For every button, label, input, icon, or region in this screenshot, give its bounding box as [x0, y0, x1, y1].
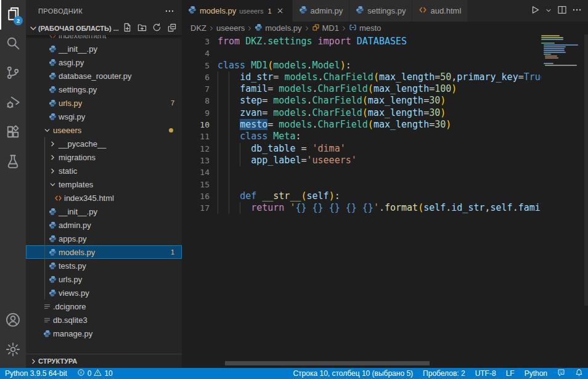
token: .	[307, 107, 312, 118]
tree-file-asgi-py[interactable]: asgi.py	[26, 55, 182, 69]
tree-folder-useeers[interactable]: useeers	[26, 123, 182, 137]
sidebar-header: ПРОВОДНИК	[26, 0, 182, 22]
status-eol[interactable]: LF	[501, 368, 520, 379]
status-label: Пробелов: 2	[423, 369, 465, 378]
tree-folder-static[interactable]: static	[26, 164, 182, 177]
activity-manage[interactable]	[0, 336, 26, 365]
token: Model	[312, 60, 340, 71]
new-folder-button[interactable]	[136, 23, 147, 34]
breadcrumb-item-md1[interactable]: MD1	[312, 23, 339, 33]
activity-extensions[interactable]	[0, 118, 26, 148]
tab-models-py[interactable]: models.pyuseeers1	[182, 0, 293, 22]
tab-label: models.py	[200, 6, 236, 15]
tree-file-manage-py[interactable]: manage.py	[26, 327, 182, 340]
breadcrumb-item-mesto[interactable]: mesto	[349, 23, 381, 33]
html-file-icon	[53, 194, 63, 202]
status-right: Строка 10, столбец 10 (выбрано 5)Пробело…	[288, 368, 588, 379]
code-editor[interactable]: 3from DKZ.settings import DATABASES45cla…	[182, 35, 588, 368]
token: )	[446, 119, 451, 130]
text-file-icon	[42, 316, 52, 324]
status-feedback[interactable]	[552, 368, 570, 379]
tree-file--init-py[interactable]: __init__.py	[26, 205, 182, 218]
line-number: 17	[182, 202, 210, 214]
breadcrumb-item-useeers[interactable]: useeers	[216, 23, 245, 33]
token: )	[440, 107, 446, 118]
breadcrumb-item-dkz[interactable]: DKZ	[190, 23, 206, 33]
minimap[interactable]	[541, 35, 584, 67]
editor-actions	[529, 0, 588, 22]
tree-folder--pycache-[interactable]: __pycache__	[26, 137, 182, 150]
sidebar-more-actions-button[interactable]	[163, 5, 176, 17]
status-notifications[interactable]	[570, 368, 588, 379]
status-language-mode[interactable]: Python	[520, 368, 552, 379]
workspace-section-header[interactable]: (РАБОЧАЯ ОБЛАСТЬ) ...	[26, 22, 182, 35]
tree-file-database-roouter-py[interactable]: database_roouter.py	[26, 69, 182, 83]
more-actions-button[interactable]	[571, 4, 583, 18]
activity-bar: 2	[0, 0, 26, 368]
tab-aud-html[interactable]: aud.html	[412, 0, 468, 22]
status-python-interpreter[interactable]: Python 3.9.5 64-bit	[0, 368, 72, 379]
vertical-scrollbar[interactable]	[584, 35, 588, 306]
new-file-button[interactable]	[121, 23, 133, 34]
horizontal-scrollbar[interactable]	[225, 361, 430, 365]
token: {}	[329, 202, 340, 213]
source-control-icon	[6, 65, 20, 83]
tree-file-index345-html[interactable]: index345.html	[26, 191, 182, 205]
activity-search[interactable]	[0, 30, 26, 59]
tree-item-label: urls.py	[59, 275, 82, 284]
breadcrumb-item-models-py[interactable]: models.py	[255, 23, 301, 33]
collapse-all-button[interactable]	[166, 23, 177, 34]
status-indentation[interactable]: Пробелов: 2	[418, 368, 470, 379]
breadcrumb-label: mesto	[359, 23, 381, 33]
tree-file--init-py[interactable]: __init__.py	[26, 42, 182, 55]
activity-source-control[interactable]	[0, 59, 26, 89]
tree-file-urls-py[interactable]: urls.py7	[26, 96, 182, 110]
minimap-line	[544, 52, 566, 53]
token: ,	[485, 202, 491, 213]
token: =	[273, 71, 284, 83]
tree-folder-migrations[interactable]: migrations	[26, 150, 182, 164]
outline-section-header[interactable]: СТРУКТУРА	[26, 354, 182, 368]
tree-item-label: asgi.py	[59, 58, 84, 67]
tree-item-label: admin.py	[59, 221, 91, 230]
line-number: 7	[182, 83, 210, 95]
tree-item-label: useeers	[53, 126, 81, 135]
tree-file-indexelement[interactable]: indexelement	[26, 35, 182, 42]
tree-folder-templates[interactable]: templates	[26, 177, 182, 191]
tree-file--dcignore[interactable]: .dcignore	[26, 300, 182, 313]
token	[218, 143, 251, 154]
token: :	[335, 190, 340, 202]
refresh-button[interactable]	[151, 23, 162, 34]
close-icon[interactable]	[275, 6, 286, 17]
python-file-icon	[47, 289, 57, 297]
chevron-right-icon	[245, 24, 254, 33]
tree-file-settings-py[interactable]: settings.py	[26, 83, 182, 96]
activity-accounts[interactable]	[0, 306, 26, 336]
activity-testing[interactable]	[0, 148, 26, 177]
tree-file-urls-py[interactable]: urls.py	[26, 272, 182, 286]
tab-settings-py[interactable]: settings.py	[349, 0, 412, 22]
split-editor-button[interactable]	[556, 4, 568, 18]
token: step	[240, 95, 262, 106]
status-problems[interactable]: 010	[72, 368, 118, 379]
tree-file-wsgi-py[interactable]: wsgi.py	[26, 110, 182, 123]
tab-admin-py[interactable]: admin.py	[293, 0, 350, 22]
tree-file-db-sqlite3[interactable]: db.sqlite3	[26, 313, 182, 327]
token: __str__	[262, 190, 301, 202]
code-line-7: 7 famil= models.CharField(max_length=100…	[182, 83, 541, 95]
python-file-icon	[47, 45, 57, 53]
run-button[interactable]	[529, 4, 541, 18]
tree-file-tests-py[interactable]: tests.py	[26, 259, 182, 272]
token: MD1	[251, 60, 267, 71]
status-encoding[interactable]: UTF-8	[470, 368, 501, 379]
run-dropdown-button[interactable]	[544, 4, 553, 18]
tree-file-views-py[interactable]: views.py	[26, 286, 182, 300]
tree-file-models-py[interactable]: models.py1	[26, 245, 182, 259]
tree-file-apps-py[interactable]: apps.py	[26, 232, 182, 245]
status-cursor-position[interactable]: Строка 10, столбец 10 (выбрано 5)	[288, 368, 418, 379]
activity-explorer[interactable]: 2	[0, 0, 26, 30]
activity-run-and-debug[interactable]	[0, 89, 26, 118]
tree-file-admin-py[interactable]: admin.py	[26, 218, 182, 232]
tab-directory-hint: useeers	[239, 7, 263, 15]
tree-item-label: db.sqlite3	[53, 316, 88, 325]
